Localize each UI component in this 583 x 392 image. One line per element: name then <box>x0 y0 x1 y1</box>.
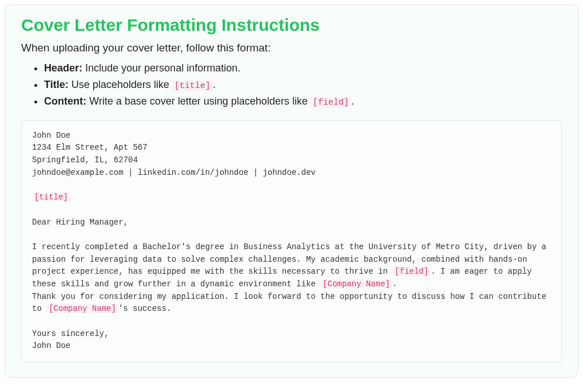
placeholder-company: [Company Name] <box>320 279 392 289</box>
example-body: 's success. <box>118 304 171 313</box>
placeholder-title: [title] <box>32 193 70 202</box>
example-salutation: Dear Hiring Manager, <box>32 218 128 227</box>
rule-text: Use placeholders like <box>69 79 172 90</box>
placeholder-company: [Company Name] <box>46 304 118 313</box>
placeholder-code: [title] <box>172 81 213 91</box>
rules-list: Header: Include your personal informatio… <box>21 60 562 110</box>
example-closing: Yours sincerely, John Doe <box>32 329 109 351</box>
placeholder-code: [field] <box>311 97 351 108</box>
placeholder-field: [field] <box>392 267 431 276</box>
rule-suffix: . <box>213 79 216 90</box>
rule-text: Include your personal information. <box>82 62 240 74</box>
example-header: John Doe 1234 Elm Street, Apt 567 Spring… <box>32 131 316 177</box>
rule-label: Header: <box>44 62 82 74</box>
rule-suffix: . <box>351 95 354 107</box>
list-item: Content: Write a base cover letter using… <box>44 93 562 110</box>
lead-text: When uploading your cover letter, follow… <box>21 42 562 54</box>
list-item: Title: Use placeholders like [title]. <box>44 77 562 93</box>
rule-text: Write a base cover letter using placehol… <box>86 95 311 107</box>
page-title: Cover Letter Formatting Instructions <box>21 15 562 35</box>
example-block: John Doe 1234 Elm Street, Apt 567 Spring… <box>21 120 562 362</box>
list-item: Header: Include your personal informatio… <box>44 60 562 77</box>
rule-label: Content: <box>44 95 86 107</box>
instructions-card: Cover Letter Formatting Instructions Whe… <box>5 5 578 378</box>
rule-label: Title: <box>44 79 69 90</box>
example-body: . <box>392 279 397 289</box>
